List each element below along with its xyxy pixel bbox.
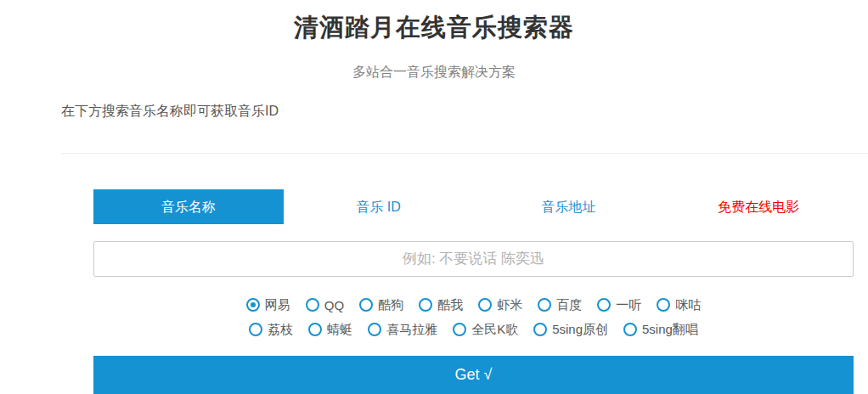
radio-xiami[interactable]: 虾米 xyxy=(478,297,522,313)
radio-icon xyxy=(657,298,670,312)
page-subtitle: 多站合一音乐搜索解决方案 xyxy=(0,64,868,82)
radio-icon xyxy=(538,298,551,312)
tab-music-url[interactable]: 音乐地址 xyxy=(474,189,664,224)
radio-lizhi[interactable]: 荔枝 xyxy=(249,322,293,338)
instruction-text: 在下方搜索音乐名称即可获取音乐ID xyxy=(61,103,868,121)
radio-kuwo[interactable]: 酷我 xyxy=(419,297,463,313)
music-search-page: 清酒踏月在线音乐搜索器 多站合一音乐搜索解决方案 在下方搜索音乐名称即可获取音乐… xyxy=(0,0,868,394)
tab-music-id[interactable]: 音乐 ID xyxy=(284,189,474,224)
divider xyxy=(61,153,868,154)
radio-icon xyxy=(533,323,547,336)
tab-free-movies[interactable]: 免费在线电影 xyxy=(663,189,854,224)
radio-icon xyxy=(623,323,637,336)
search-row xyxy=(93,241,854,277)
radio-icon xyxy=(597,298,611,312)
radio-icon xyxy=(359,298,373,312)
radio-icon xyxy=(306,298,319,312)
search-input[interactable] xyxy=(93,241,854,277)
get-button[interactable]: Get √ xyxy=(93,356,854,394)
radio-icon xyxy=(453,323,466,336)
radio-yiting[interactable]: 一听 xyxy=(597,297,641,313)
radio-quanmin-kge[interactable]: 全民K歌 xyxy=(453,322,518,338)
radio-qingting[interactable]: 蜻蜓 xyxy=(308,322,352,338)
radio-icon xyxy=(368,323,381,336)
radio-migu[interactable]: 咪咕 xyxy=(657,297,701,313)
tab-bar: 音乐名称 音乐 ID 音乐地址 免费在线电影 xyxy=(93,189,854,224)
radio-icon xyxy=(249,323,262,336)
radio-kugou[interactable]: 酷狗 xyxy=(359,297,403,313)
page-title: 清酒踏月在线音乐搜索器 xyxy=(0,0,868,45)
radio-5sing-original[interactable]: 5sing原创 xyxy=(533,322,608,338)
radio-baidu[interactable]: 百度 xyxy=(538,297,582,313)
search-panel: 音乐名称 音乐 ID 音乐地址 免费在线电影 网易 QQ 酷狗 xyxy=(93,189,854,394)
radio-5sing-cover[interactable]: 5sing翻唱 xyxy=(623,322,698,338)
radio-icon xyxy=(308,323,322,336)
radio-netease[interactable]: 网易 xyxy=(246,297,290,313)
radio-icon xyxy=(246,298,260,312)
radio-icon xyxy=(478,298,492,312)
radio-qq[interactable]: QQ xyxy=(306,298,344,312)
tab-music-name[interactable]: 音乐名称 xyxy=(93,189,284,224)
source-row-1: 网易 QQ 酷狗 酷我 虾米 xyxy=(93,296,854,313)
source-row-2: 荔枝 蜻蜓 喜马拉雅 全民K歌 5sing原创 xyxy=(93,321,854,338)
source-selector: 网易 QQ 酷狗 酷我 虾米 xyxy=(93,296,854,338)
radio-ximalaya[interactable]: 喜马拉雅 xyxy=(368,322,437,338)
radio-icon xyxy=(419,298,432,312)
